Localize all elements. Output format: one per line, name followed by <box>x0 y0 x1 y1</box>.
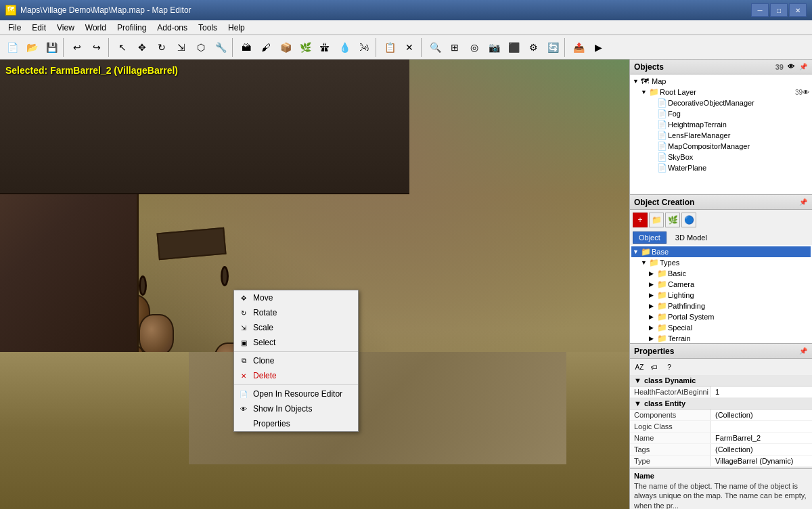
tb-paint[interactable]: 🖌 <box>256 38 275 57</box>
tb-search[interactable]: 🔍 <box>426 38 445 57</box>
menu-edit[interactable]: Edit <box>26 22 51 34</box>
creation-btn-4[interactable]: 🔵 <box>681 213 696 227</box>
props-help-btn[interactable]: ? <box>662 360 676 374</box>
ctree-base[interactable]: ▼ 📁 Base <box>631 246 811 257</box>
creation-btn-2[interactable]: 📁 <box>649 213 664 227</box>
tree-decorative-label: DecorativeObjectManager <box>668 99 754 107</box>
tree-waterplane[interactable]: 📄 WaterPlane <box>631 162 811 173</box>
props-filter-btn[interactable]: 🏷 <box>648 360 661 374</box>
properties-panel-controls: 📌 <box>798 347 808 356</box>
tb-select[interactable]: ↖ <box>113 38 132 57</box>
tb-foliage[interactable]: 🌿 <box>296 38 315 57</box>
prop-name-value[interactable]: FarmBarrel_2 <box>711 433 812 443</box>
root-layer-eye[interactable]: 👁 <box>803 89 809 96</box>
prop-components-value[interactable]: (Collection) <box>711 410 812 420</box>
prop-tags-value[interactable]: (Collection) <box>711 444 812 455</box>
tb-sep2 <box>108 38 111 57</box>
tb-grid[interactable]: ⊞ <box>445 38 464 57</box>
tb-refresh[interactable]: 🔄 <box>543 38 562 57</box>
ctree-base-icon: 📁 <box>641 247 652 257</box>
ctree-camera-toggle: ▶ <box>649 281 657 288</box>
minimize-button[interactable]: ─ <box>751 3 769 17</box>
creation-panel-controls: 📌 <box>798 198 808 207</box>
prop-group-dynamic[interactable]: ▼ class Dynamic <box>630 375 812 386</box>
tb-redo[interactable]: ↪ <box>87 38 106 57</box>
close-button[interactable]: ✕ <box>789 3 807 17</box>
tb-rotate[interactable]: ↻ <box>152 38 171 57</box>
ctree-types[interactable]: ▼ 📁 Types <box>631 257 811 268</box>
tb-copy[interactable]: 📋 <box>380 38 399 57</box>
objects-eye-icon[interactable]: 👁 <box>786 62 796 72</box>
tb-camera[interactable]: 📷 <box>484 38 503 57</box>
tab-object[interactable]: Object <box>633 231 667 244</box>
tb-terrain[interactable]: 🏔 <box>237 38 256 57</box>
creation-btn-1[interactable]: + <box>633 213 648 227</box>
ctree-special[interactable]: ▶ 📁 Special <box>631 322 811 333</box>
cm-clone[interactable]: ⧉ Clone <box>234 353 358 368</box>
cm-move[interactable]: ✥ Move <box>234 290 358 305</box>
tb-wind[interactable]: 🌬 <box>355 38 374 57</box>
cm-open-resource[interactable]: 📄 Open In Resource Editor <box>234 386 358 401</box>
tb-object[interactable]: 📦 <box>276 38 295 57</box>
prop-logic-value[interactable] <box>711 421 812 432</box>
tree-terrain[interactable]: 📄 HeightmapTerrain <box>631 119 811 130</box>
cm-delete[interactable]: ✕ Delete <box>234 368 358 383</box>
tb-road[interactable]: 🛣 <box>315 38 334 57</box>
menu-addons[interactable]: Add-ons <box>152 22 193 34</box>
menu-file[interactable]: File <box>3 22 26 34</box>
cm-rotate[interactable]: ↻ Rotate <box>234 305 358 320</box>
tree-fog[interactable]: 📄 Fog <box>631 108 811 119</box>
tb-scale[interactable]: ⇲ <box>172 38 191 57</box>
tb-open[interactable]: 📂 <box>22 38 41 57</box>
tb-settings[interactable]: ⚙ <box>524 38 543 57</box>
menu-world[interactable]: World <box>80 22 112 34</box>
cm-show-objects[interactable]: 👁 Show In Objects <box>234 401 358 416</box>
tree-root-layer[interactable]: ▼ 📁 Root Layer 39 👁 <box>631 87 811 97</box>
tb-export[interactable]: 📤 <box>569 38 588 57</box>
ctree-portal[interactable]: ▶ 📁 Portal System <box>631 311 811 322</box>
prop-health-value[interactable]: 1 <box>711 386 812 397</box>
tb-nav[interactable]: ◎ <box>465 38 484 57</box>
tb-save[interactable]: 💾 <box>42 38 61 57</box>
tb-undo[interactable]: ↩ <box>68 38 87 57</box>
ctree-pathfinding[interactable]: ▶ 📁 Pathfinding <box>631 301 811 311</box>
properties-panel-header: Properties 📌 <box>630 344 812 359</box>
ctree-lighting[interactable]: ▶ 📁 Lighting <box>631 290 811 301</box>
viewport-scene <box>0 60 629 509</box>
ctree-camera[interactable]: ▶ 📁 Camera <box>631 279 811 290</box>
menu-profiling[interactable]: Profiling <box>112 22 152 34</box>
tree-skybox[interactable]: 📄 SkyBox <box>631 152 811 162</box>
prop-group-entity[interactable]: ▼ class Entity <box>630 398 812 410</box>
tab-3dmodel[interactable]: 3D Model <box>669 231 713 244</box>
tb-delete[interactable]: ✕ <box>400 38 419 57</box>
tree-compositor[interactable]: 📄 MapCompositorManager <box>631 141 811 152</box>
properties-pin-icon[interactable]: 📌 <box>798 347 808 356</box>
props-sort-btn[interactable]: AZ <box>633 360 646 374</box>
toolbar: 📄 📂 💾 ↩ ↪ ↖ ✥ ↻ ⇲ ⬡ 🔧 🏔 🖌 📦 🌿 🛣 💧 🌬 📋 ✕ … <box>0 35 812 60</box>
tree-decorative[interactable]: 📄 DecorativeObjectManager <box>631 97 811 108</box>
maximize-button[interactable]: □ <box>770 3 788 17</box>
objects-pin-icon[interactable]: 📌 <box>798 62 808 72</box>
tb-water[interactable]: 💧 <box>335 38 354 57</box>
menu-help[interactable]: Help <box>223 22 250 34</box>
creation-btn-3[interactable]: 🌿 <box>665 213 680 227</box>
ctree-portal-icon: 📁 <box>657 312 668 322</box>
tree-map[interactable]: ▼ 🗺 Map <box>631 76 811 87</box>
tb-new[interactable]: 📄 <box>3 38 22 57</box>
viewport[interactable]: Selected: FarmBarrel_2 (VillageBarrel) ✥… <box>0 60 629 509</box>
tb-move[interactable]: ✥ <box>133 38 152 57</box>
cm-select[interactable]: ▣ Select <box>234 335 358 350</box>
cm-properties[interactable]: Properties <box>234 416 358 431</box>
tree-lens[interactable]: 📄 LensFlareManager <box>631 130 811 141</box>
tb-tool6[interactable]: 🔧 <box>211 38 230 57</box>
menu-view[interactable]: View <box>51 22 80 34</box>
tb-layer[interactable]: ⬛ <box>504 38 523 57</box>
cm-scale[interactable]: ⇲ Scale <box>234 320 358 335</box>
ctree-cterrain[interactable]: ▶ 📁 Terrain <box>631 333 811 343</box>
tb-tool5[interactable]: ⬡ <box>191 38 210 57</box>
prop-type-value[interactable]: VillageBarrel (Dynamic) <box>711 456 812 466</box>
ctree-basic[interactable]: ▶ 📁 Basic <box>631 268 811 279</box>
tb-play[interactable]: ▶ <box>589 38 608 57</box>
creation-pin-icon[interactable]: 📌 <box>798 198 808 207</box>
menu-tools[interactable]: Tools <box>193 22 223 34</box>
